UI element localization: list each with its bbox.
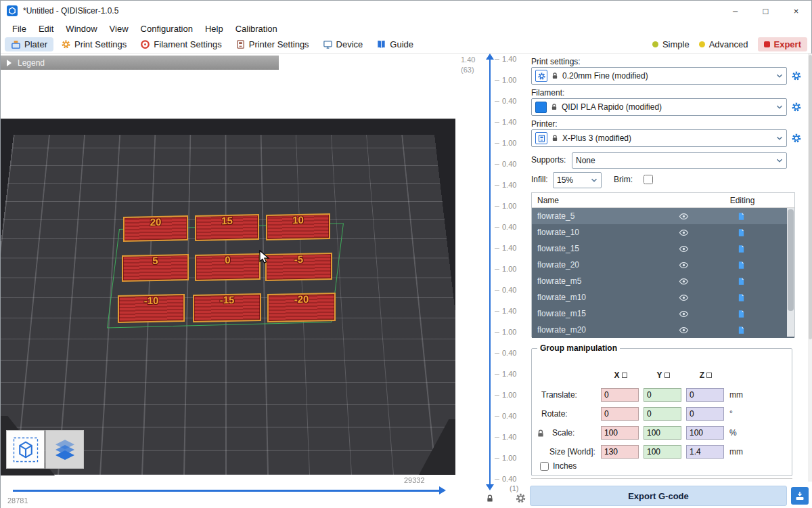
object-list-item[interactable]: flowrate_10 bbox=[532, 224, 787, 240]
size-x-input[interactable] bbox=[601, 445, 639, 459]
printer-icon bbox=[235, 39, 246, 49]
tab-plater[interactable]: Plater bbox=[5, 37, 53, 51]
tab-filament-settings[interactable]: Filament Settings bbox=[134, 37, 227, 51]
object-list-scrollbar[interactable] bbox=[787, 208, 794, 337]
layer-slider-bottom-handle[interactable] bbox=[486, 484, 494, 490]
view-3d-button[interactable] bbox=[6, 430, 45, 469]
translate-z-input[interactable] bbox=[686, 388, 724, 402]
size-y-input[interactable] bbox=[644, 445, 681, 459]
rotate-y-input[interactable] bbox=[644, 407, 681, 421]
edit-printer-gear-icon[interactable] bbox=[791, 133, 802, 144]
flowrate-patch[interactable]: -20 bbox=[267, 293, 336, 322]
scrollbar-thumb[interactable] bbox=[788, 209, 794, 311]
eye-icon[interactable] bbox=[671, 260, 696, 270]
tick-mark bbox=[495, 395, 499, 396]
edit-icon[interactable] bbox=[696, 245, 787, 253]
eye-icon[interactable] bbox=[671, 309, 696, 319]
edit-filament-gear-icon[interactable] bbox=[791, 102, 802, 112]
eye-icon[interactable] bbox=[671, 293, 696, 303]
flowrate-patch[interactable]: 15 bbox=[195, 214, 259, 241]
scale-y-input[interactable] bbox=[644, 426, 681, 440]
menu-item[interactable]: Edit bbox=[32, 22, 60, 35]
object-list-item[interactable]: flowrate_m20 bbox=[532, 322, 787, 338]
mode-advanced[interactable]: Advanced bbox=[699, 39, 748, 49]
title-bar: *Untitled - QIDISlicer-1.0.5 – □ × bbox=[1, 1, 811, 21]
filament-combo[interactable]: QIDI PLA Rapido (modified) bbox=[531, 98, 787, 116]
printer-combo[interactable]: X-Plus 3 (modified) bbox=[531, 129, 787, 147]
export-gcode-button[interactable]: Export G-code bbox=[530, 486, 787, 506]
edit-icon[interactable] bbox=[696, 326, 787, 335]
app-window: *Untitled - QIDISlicer-1.0.5 – □ × FileE… bbox=[0, 0, 812, 508]
ruler-value: 0.40 bbox=[502, 412, 516, 420]
eye-icon[interactable] bbox=[671, 325, 696, 335]
close-button[interactable]: × bbox=[781, 1, 811, 21]
tab-guide[interactable]: Guide bbox=[370, 37, 420, 51]
plater-icon bbox=[11, 39, 21, 49]
object-list-item[interactable]: flowrate_m5 bbox=[532, 273, 787, 289]
scale-lock-icon[interactable] bbox=[536, 429, 545, 438]
current-layer-info: 1.40 (63) bbox=[461, 55, 475, 75]
brim-checkbox[interactable] bbox=[644, 175, 653, 184]
view-preview-button[interactable] bbox=[45, 430, 84, 469]
eye-icon[interactable] bbox=[671, 228, 696, 238]
rotate-z-input[interactable] bbox=[686, 407, 724, 421]
tab-device[interactable]: Device bbox=[317, 37, 369, 51]
translate-x-input[interactable] bbox=[601, 388, 639, 402]
menu-item[interactable]: Window bbox=[60, 22, 103, 35]
infill-combo[interactable]: 15% bbox=[553, 172, 602, 188]
inches-checkbox[interactable] bbox=[540, 462, 549, 471]
scale-x-input[interactable] bbox=[601, 426, 639, 440]
object-list-item[interactable]: flowrate_m10 bbox=[532, 289, 787, 305]
flowrate-patch[interactable]: -10 bbox=[118, 294, 185, 323]
mode-simple[interactable]: Simple bbox=[652, 39, 690, 49]
edit-print-settings-gear-icon[interactable] bbox=[791, 70, 802, 81]
print-settings-combo[interactable]: 0.20mm Fine (modified) bbox=[531, 67, 787, 85]
lock-icon[interactable] bbox=[485, 494, 495, 503]
eye-icon[interactable] bbox=[671, 276, 696, 287]
edit-icon[interactable] bbox=[696, 212, 787, 221]
maximize-button[interactable]: □ bbox=[750, 1, 781, 21]
object-list-item[interactable]: flowrate_5 bbox=[532, 208, 787, 224]
edit-icon[interactable] bbox=[696, 310, 787, 318]
menu-item[interactable]: Help bbox=[199, 22, 229, 35]
edit-icon[interactable] bbox=[696, 228, 787, 237]
slider-arrow-right-icon[interactable] bbox=[439, 486, 446, 494]
sidebar-scrollbar[interactable] bbox=[808, 54, 812, 482]
flowrate-patch[interactable]: -15 bbox=[193, 293, 261, 322]
supports-combo[interactable]: None bbox=[572, 152, 787, 169]
minimize-button[interactable]: – bbox=[720, 1, 750, 21]
flowrate-patch[interactable]: 0 bbox=[195, 253, 261, 281]
menu-item[interactable]: Calibration bbox=[229, 22, 284, 35]
tab-printer-settings[interactable]: Printer Settings bbox=[229, 37, 315, 51]
gear-icon[interactable] bbox=[515, 492, 526, 504]
eye-icon[interactable] bbox=[671, 244, 696, 254]
eye-icon[interactable] bbox=[671, 211, 696, 221]
infill-label: Infill: bbox=[531, 175, 548, 184]
layer-slider[interactable] bbox=[489, 59, 491, 484]
tab-print-settings[interactable]: Print Settings bbox=[55, 37, 133, 51]
size-z-input[interactable] bbox=[686, 445, 724, 459]
edit-icon[interactable] bbox=[696, 277, 787, 286]
rotate-x-input[interactable] bbox=[601, 407, 639, 421]
menu-item[interactable]: File bbox=[6, 22, 32, 35]
edit-icon[interactable] bbox=[696, 261, 787, 270]
flowrate-patch[interactable]: 5 bbox=[122, 254, 189, 282]
mode-expert[interactable]: Expert bbox=[758, 37, 807, 51]
object-name: flowrate_10 bbox=[537, 228, 671, 237]
legend-bar[interactable]: Legend bbox=[1, 56, 279, 70]
scrollbar-thumb[interactable] bbox=[809, 55, 812, 339]
flowrate-patch[interactable]: 20 bbox=[123, 215, 188, 242]
viewport-3d[interactable]: 20 15 10 5 0 -5 bbox=[1, 54, 455, 508]
translate-y-input[interactable] bbox=[644, 388, 681, 402]
object-list-item[interactable]: flowrate_15 bbox=[532, 240, 787, 257]
scale-z-input[interactable] bbox=[686, 426, 724, 440]
export-icon-button[interactable] bbox=[791, 487, 809, 505]
menu-item[interactable]: Configuration bbox=[135, 22, 199, 35]
edit-icon[interactable] bbox=[696, 293, 787, 302]
flowrate-patch[interactable]: 10 bbox=[266, 213, 330, 240]
menu-item[interactable]: View bbox=[104, 22, 135, 35]
flowrate-patch[interactable]: -5 bbox=[265, 253, 332, 281]
object-list-item[interactable]: flowrate_20 bbox=[532, 257, 787, 273]
horizontal-move-slider[interactable] bbox=[13, 490, 439, 492]
object-list-item[interactable]: flowrate_m15 bbox=[532, 305, 787, 322]
